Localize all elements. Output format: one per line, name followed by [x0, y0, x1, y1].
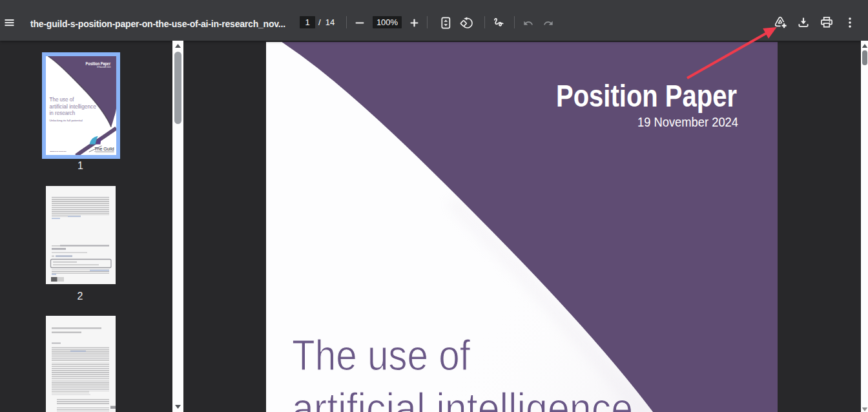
- svg-text:artificial intelligence: artificial intelligence: [292, 384, 633, 412]
- svg-text:Position Paper: Position Paper: [85, 61, 110, 66]
- svg-text:in research: in research: [49, 110, 75, 116]
- svg-text:The use of: The use of: [292, 331, 471, 379]
- svg-text:19 November 2024: 19 November 2024: [637, 115, 738, 129]
- svg-text:Unlocking its full potential: Unlocking its full potential: [49, 119, 82, 122]
- svg-text:WWW.THE-GUILD.EU: WWW.THE-GUILD.EU: [50, 150, 67, 152]
- svg-text:The use of: The use of: [49, 96, 74, 102]
- svg-text:artificial intelligence: artificial intelligence: [49, 103, 96, 109]
